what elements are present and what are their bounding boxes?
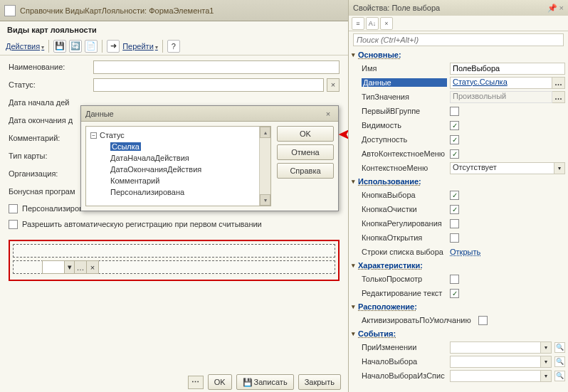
- prop-openbtn-label: КнопкаОткрытия: [362, 233, 447, 242]
- prop-activate-label: АктивизироватьПоУмолчанию: [362, 316, 475, 324]
- dialog-ok-button[interactable]: OK: [277, 126, 334, 142]
- status-input[interactable]: [93, 78, 324, 92]
- props-title: Свойства: Поле выбора: [353, 4, 440, 12]
- tree-node-item[interactable]: ДатаОкончанияДействия: [89, 164, 268, 175]
- card-type-label: Тип карты:: [9, 152, 90, 160]
- form-header: Виды карт лояльности: [0, 21, 348, 37]
- tree-node-selected[interactable]: Ссылка: [89, 141, 268, 152]
- prop-regbtn-label: КнопкаРегулирования: [362, 219, 447, 228]
- design-selection: ▾ … ×: [9, 240, 340, 281]
- prop-readonly-label: ТолькоПросмотр: [362, 275, 447, 283]
- personalized-checkbox[interactable]: [9, 204, 18, 213]
- tree-node-root[interactable]: − Статус: [89, 129, 268, 141]
- prop-name-input[interactable]: [450, 63, 565, 75]
- sort-category-icon[interactable]: ≡: [352, 17, 364, 30]
- section-layout[interactable]: ▾Расположение:: [349, 300, 568, 313]
- tree-node-item[interactable]: Комментарий: [89, 175, 268, 186]
- combo-drop-icon[interactable]: ▾: [64, 261, 74, 273]
- prop-readonly-checkbox[interactable]: [450, 275, 459, 284]
- dialog-title: Данные: [85, 110, 114, 118]
- print-icon[interactable]: 📄: [85, 40, 98, 53]
- prop-availability-label: Доступность: [362, 135, 447, 144]
- actions-menu[interactable]: Действия: [6, 42, 44, 51]
- combo-dots-icon[interactable]: …: [74, 261, 86, 273]
- prop-data-value[interactable]: Статус.Ссылка: [450, 77, 552, 89]
- prop-availability-checkbox[interactable]: ✓: [450, 135, 459, 144]
- tree-node-item[interactable]: ДатаНачалаДействия: [89, 152, 268, 164]
- props-search-input[interactable]: [353, 33, 564, 46]
- dialog-cancel-button[interactable]: Отмена: [277, 144, 334, 160]
- prop-regbtn-checkbox[interactable]: [450, 219, 459, 228]
- ok-button[interactable]: OK: [208, 374, 232, 390]
- design-field-2[interactable]: ▾ … ×: [13, 260, 335, 274]
- sort-alpha-icon[interactable]: A↓: [366, 17, 379, 30]
- goto-menu[interactable]: Перейти: [122, 42, 158, 51]
- prop-edittext-checkbox[interactable]: ✓: [450, 289, 459, 298]
- prop-listrows-link[interactable]: Открыть: [450, 248, 480, 256]
- prop-startchoicelist-input[interactable]: [450, 370, 541, 382]
- prop-autoctx-checkbox[interactable]: ✓: [450, 149, 459, 159]
- prop-selectbtn-checkbox[interactable]: ✓: [450, 191, 459, 200]
- goto-icon[interactable]: ➜: [107, 40, 120, 53]
- prop-startchoicelist-drop-icon[interactable]: ▾: [541, 370, 552, 382]
- prop-ctxmenu-value[interactable]: Отсутствует: [450, 162, 554, 174]
- save-button[interactable]: 💾Записать: [236, 374, 294, 390]
- props-titlebar: Свойства: Поле выбора 📌 ×: [349, 0, 568, 16]
- prop-type-dots-button[interactable]: …: [552, 91, 565, 103]
- section-events[interactable]: ▾События:: [349, 327, 568, 340]
- section-usage[interactable]: ▾Использование:: [349, 175, 568, 188]
- save-icon[interactable]: 💾: [53, 40, 66, 53]
- name-input[interactable]: [93, 60, 340, 74]
- tree-node-item[interactable]: Персонализирована: [89, 186, 268, 198]
- prop-firstgroup-checkbox[interactable]: [450, 107, 459, 116]
- prop-startchoice-drop-icon[interactable]: ▾: [541, 356, 552, 368]
- org-label: Организация:: [9, 169, 90, 178]
- close-button[interactable]: Закрыть: [298, 374, 341, 390]
- filter-icon[interactable]: ×: [380, 17, 393, 30]
- scroll-down-icon[interactable]: ▾: [260, 194, 270, 206]
- prop-onchange-input[interactable]: [450, 341, 541, 354]
- refresh-icon[interactable]: 🔄: [69, 40, 82, 53]
- section-chars[interactable]: ▾Характеристики:: [349, 259, 568, 272]
- prop-edittext-label: Редактирование текст: [362, 289, 447, 297]
- dialog-help-button[interactable]: Справка: [277, 163, 334, 179]
- bottom-dots-button[interactable]: ⋯: [188, 376, 204, 389]
- prop-clearbtn-checkbox[interactable]: ✓: [450, 205, 459, 214]
- event-search-icon[interactable]: 🔍: [554, 356, 565, 367]
- prop-activate-checkbox[interactable]: [478, 316, 488, 325]
- date-start-label: Дата начала дей: [9, 98, 90, 107]
- prop-selectbtn-label: КнопкаВыбора: [362, 191, 447, 199]
- prop-startchoice-label: НачалоВыбора: [362, 357, 447, 366]
- dialog-close-icon[interactable]: ×: [322, 108, 334, 120]
- window-titlebar: Справочник ВидыКартЛояльности: ФормаЭлем…: [0, 0, 348, 21]
- allow-auto-checkbox[interactable]: [9, 220, 18, 229]
- prop-ctxmenu-drop-icon[interactable]: ▾: [554, 162, 565, 174]
- design-combo[interactable]: ▾ … ×: [42, 260, 99, 274]
- data-tree[interactable]: − Статус Ссылка ДатаНачалаДействия ДатаО…: [85, 126, 271, 206]
- prop-name-label: Имя: [362, 64, 447, 73]
- help-icon[interactable]: ?: [167, 40, 180, 53]
- allow-auto-label: Разрешить автоматическую регистрацию при…: [22, 220, 262, 228]
- prop-openbtn-checkbox[interactable]: [450, 233, 459, 243]
- prop-visibility-checkbox[interactable]: ✓: [450, 121, 459, 130]
- window-title: Справочник ВидыКартЛояльности: ФормаЭлем…: [20, 6, 214, 15]
- pin-icon[interactable]: 📌 ×: [547, 4, 564, 13]
- form-toolbar: Действия 💾 🔄 📄 ➜ Перейти ?: [0, 37, 348, 55]
- prop-data-dots-button[interactable]: …: [552, 77, 565, 89]
- prop-onchange-label: ПриИзменении: [362, 343, 447, 351]
- status-clear-button[interactable]: ×: [327, 78, 340, 92]
- dialog-titlebar[interactable]: Данные ×: [81, 106, 338, 122]
- combo-clear-icon[interactable]: ×: [86, 261, 98, 273]
- section-main[interactable]: ▾Основные:: [349, 48, 568, 61]
- prop-startchoicelist-label: НачалоВыбораИзСпис: [362, 371, 447, 380]
- event-search-icon[interactable]: 🔍: [554, 342, 565, 353]
- prop-startchoice-input[interactable]: [450, 356, 541, 368]
- event-search-icon[interactable]: 🔍: [554, 371, 565, 381]
- scroll-up-icon[interactable]: ▴: [260, 127, 270, 138]
- design-field-1[interactable]: [13, 244, 335, 258]
- expand-icon[interactable]: −: [90, 132, 97, 139]
- name-label: Наименование:: [9, 63, 90, 71]
- prop-onchange-drop-icon[interactable]: ▾: [541, 341, 552, 354]
- prop-autoctx-label: АвтоКонтекстноеМеню: [362, 149, 447, 158]
- tree-scrollbar[interactable]: ▴ ▾: [259, 127, 270, 206]
